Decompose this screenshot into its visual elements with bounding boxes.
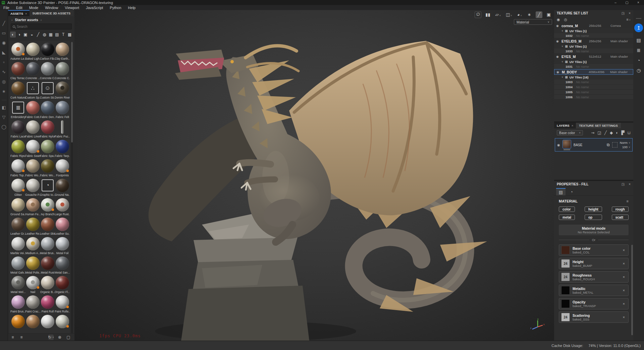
asset-item[interactable]: Organic B... (40, 276, 55, 295)
asset-item[interactable] (40, 315, 55, 333)
texture-set-row[interactable]: ◉EYELIDS_M256x256Main shader (554, 38, 633, 44)
resource-row[interactable]: 24Heightbaked_BUMP× (559, 258, 629, 269)
add-paint-layer-icon[interactable]: ╱ (604, 130, 607, 135)
asset-item[interactable]: Denim Rivet (55, 81, 70, 101)
asset-item[interactable]: Fabric Linen (25, 120, 40, 140)
window-close[interactable]: × (633, 0, 644, 5)
shading-mode-dropdown[interactable]: Material ∨ (514, 19, 552, 25)
channel-filter-dropdown[interactable]: Base color ∨ (557, 130, 583, 135)
asset-item[interactable]: Large Rust... (55, 198, 70, 218)
window-minimize[interactable]: – (610, 0, 621, 5)
menu-viewport[interactable]: Viewport (61, 5, 83, 10)
asset-item[interactable]: Metal Wel... (11, 276, 25, 295)
resource-row[interactable]: Base colorbaked_COL× (559, 244, 629, 256)
breadcrumb-forward-icon[interactable]: › (41, 18, 42, 22)
close-panel-icon[interactable]: × (629, 182, 631, 186)
window-maximize[interactable]: ▢ (621, 0, 633, 5)
filter-materials-icon[interactable]: ◐ (10, 32, 16, 38)
asset-item[interactable]: Concrete ... (25, 62, 40, 81)
solo-view-icon[interactable]: ◎ (564, 17, 568, 22)
asset-item[interactable]: Nail (25, 276, 40, 295)
asset-item[interactable]: Marble Vei... (11, 237, 25, 256)
asset-item[interactable]: Glitter (11, 179, 25, 198)
section-menu-icon[interactable]: ≡ (627, 199, 629, 203)
add-smart-mask-icon[interactable]: ◐ (616, 130, 618, 135)
asset-item[interactable]: Fabric Tarp... (55, 140, 70, 159)
chevron-down-icon[interactable]: ∨ (561, 45, 563, 48)
remove-resource-icon[interactable]: × (622, 248, 626, 252)
channel-button-rough[interactable]: rough (612, 207, 629, 212)
properties-scrollbar[interactable] (631, 245, 633, 335)
asset-item[interactable]: Fabric Seam (25, 140, 40, 159)
new-resource-icon[interactable]: ▢ (66, 335, 71, 340)
asset-item[interactable]: Metal Foil (55, 237, 70, 256)
particles-icon[interactable]: ∗ (526, 11, 533, 18)
search-input[interactable] (17, 25, 60, 28)
asset-item[interactable]: Leather Skin (40, 218, 55, 237)
remove-resource-icon[interactable]: × (622, 288, 626, 292)
uv-tile-row[interactable]: 1005No name (554, 90, 633, 95)
menu-javascript[interactable]: JavaScript (83, 5, 106, 10)
asset-item[interactable]: Concrete C... (55, 62, 70, 81)
uv-tiles-row[interactable]: ∨▦UV Tiles (1) (554, 28, 633, 33)
resource-row[interactable]: 24Scatteringbaked_SSS× (559, 311, 629, 323)
breadcrumb-back-icon[interactable]: › (11, 18, 12, 22)
camera-projection-icon[interactable]: ▱∨ (494, 11, 502, 18)
filter-environments-icon[interactable]: ▤ (54, 32, 60, 38)
layer-name[interactable]: BASE (574, 143, 604, 147)
asset-item[interactable]: Fabric Top... (11, 159, 25, 179)
asset-item[interactable]: Ivy Branch (40, 198, 55, 218)
uv-tile-row[interactable]: 1003No name (554, 79, 633, 84)
channel-button-metal[interactable]: metal (559, 215, 575, 220)
bake-status-icon[interactable]: ▽ (1, 114, 7, 120)
smudge-tool-icon[interactable]: ∿ (1, 69, 7, 75)
asset-item[interactable]: Concrete C... (40, 62, 55, 81)
visibility-eye-icon[interactable]: ◉ (556, 40, 559, 43)
asset-item[interactable]: Metal Galv... (11, 256, 25, 276)
asset-item[interactable]: Medium A... (25, 237, 40, 256)
tab-material-preview[interactable]: ◔ (567, 188, 576, 195)
asset-item[interactable]: Metal San... (55, 256, 70, 276)
texture-set-row[interactable]: ◉cornea_M256x256Cornea (554, 23, 633, 28)
toggle-folders-icon[interactable]: ≡ (19, 335, 24, 340)
chevron-down-icon[interactable]: ∨ (561, 60, 563, 63)
chevron-down-icon[interactable]: ∨ (561, 76, 563, 78)
texture-set-row[interactable]: ◉M_BODY4096x4096Main shader (554, 69, 633, 75)
uv-tile-row[interactable]: 1004No name (554, 84, 633, 90)
filter-textures-icon[interactable]: ▦ (48, 32, 54, 38)
asset-item[interactable]: Fabric Den... (40, 101, 55, 120)
asset-item[interactable]: ☺Custom Sti... (40, 81, 55, 101)
refresh-shelf-button[interactable]: ↻∨ (48, 335, 54, 340)
visibility-eye-icon[interactable]: ◉ (556, 55, 559, 58)
tab-assets[interactable]: ASSETS × (8, 10, 30, 16)
uv-tile-row[interactable]: 1033No name (554, 49, 633, 54)
shader-settings-icon[interactable]: ◔ (635, 57, 642, 64)
remove-resource-icon[interactable]: × (622, 315, 626, 319)
tab-layers[interactable]: LAYERS × (554, 123, 576, 128)
asset-item[interactable]: Fabric Felt (55, 101, 70, 120)
visibility-eye-icon[interactable]: ◉ (556, 70, 560, 74)
asset-item[interactable]: ◔Graphic to... (40, 179, 55, 198)
menu-mode[interactable]: Mode (26, 5, 42, 10)
layer-thumbnail[interactable] (562, 140, 571, 149)
layer-visibility-icon[interactable]: ◉ (557, 143, 560, 147)
blend-mode-dropdown[interactable]: Norm ∨ (620, 141, 630, 144)
asset-item[interactable]: Paint Roll (40, 295, 55, 315)
asset-item[interactable]: Fabric Lace (11, 120, 25, 140)
add-fill-layer-icon[interactable]: ◲ (597, 130, 601, 135)
list-filter-icon[interactable]: ≡∨ (626, 17, 631, 21)
history-icon[interactable]: ◷ (635, 67, 642, 74)
asset-item[interactable]: Cork Natural (11, 81, 25, 101)
remove-resource-icon[interactable]: × (622, 302, 626, 306)
tab-substance-3d-assets[interactable]: SUBSTANCE 3D ASSETS (30, 10, 74, 16)
uv-tiles-row[interactable]: ∨▦UV Tiles (16) (554, 75, 633, 79)
display-settings-icon[interactable]: ▤ (635, 37, 642, 44)
asset-item[interactable]: Fabric Wo... (40, 159, 55, 179)
material-picker-icon[interactable]: ◧ (1, 104, 7, 110)
asset-item[interactable]: Paint Crac... (25, 295, 40, 315)
asset-item[interactable]: Footprints (55, 159, 70, 179)
texture-set-row[interactable]: ◉EYES_M512x512Main shader (554, 54, 633, 59)
uv-tiles-row[interactable]: ∨▦UV Tiles (1) (554, 44, 633, 49)
menu-python[interactable]: Python (106, 5, 124, 10)
remove-resource-icon[interactable]: × (622, 261, 626, 266)
